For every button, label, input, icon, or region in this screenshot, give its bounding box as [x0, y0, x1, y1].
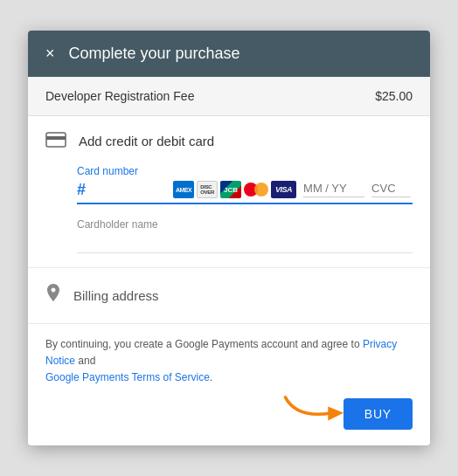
billing-section[interactable]: Billing address: [28, 268, 430, 324]
terms-text-1: By continuing, you create a Google Payme…: [45, 338, 360, 350]
dialog-header: × Complete your purchase: [28, 31, 430, 77]
terms-period: .: [210, 371, 212, 383]
svg-rect-1: [46, 136, 66, 140]
mastercard-logo: [244, 181, 268, 198]
card-number-input[interactable]: [96, 183, 166, 197]
terms-text: By continuing, you create a Google Payme…: [45, 336, 413, 387]
dialog-title: Complete your purchase: [69, 45, 240, 63]
cvc-input[interactable]: [371, 182, 411, 197]
fee-amount: $25.00: [375, 89, 413, 103]
amex-logo: AMEX: [173, 181, 194, 198]
purchase-dialog: × Complete your purchase Developer Regis…: [28, 31, 430, 446]
footer-actions: BUY: [45, 398, 413, 430]
card-input-row: # AMEX DISCOVER JCB: [77, 181, 413, 204]
cardholder-input[interactable]: [77, 236, 413, 253]
buy-button[interactable]: BUY: [344, 398, 413, 430]
svg-marker-2: [328, 407, 344, 421]
card-logos: AMEX DISCOVER JCB VISA: [173, 181, 296, 198]
jcb-logo: JCB: [220, 181, 241, 198]
cardholder-label: Cardholder name: [77, 218, 413, 231]
footer: By continuing, you create a Google Payme…: [28, 324, 430, 446]
billing-title: Billing address: [73, 288, 159, 303]
card-number-label: Card number: [77, 165, 413, 177]
visa-logo: VISA: [271, 181, 296, 198]
card-section-header: Add credit or debit card: [45, 130, 413, 153]
fee-row: Developer Registration Fee $25.00: [28, 77, 430, 116]
card-section-title: Add credit or debit card: [79, 134, 214, 148]
arrow-container: [281, 390, 351, 428]
card-hash-icon: #: [77, 181, 86, 199]
location-pin-icon: [45, 284, 61, 307]
discover-logo: DISCOVER: [197, 181, 218, 198]
close-button[interactable]: ×: [45, 45, 55, 61]
card-form: Card number # AMEX DISCOVER JCB: [45, 165, 413, 253]
credit-card-icon: [45, 130, 66, 153]
cardholder-section: Cardholder name: [77, 218, 413, 253]
expiry-input[interactable]: [303, 182, 364, 197]
arrow-icon: [281, 390, 351, 424]
payments-terms-link[interactable]: Google Payments Terms of Service: [45, 371, 210, 383]
card-section: Add credit or debit card Card number # A…: [28, 116, 430, 268]
terms-text-and: and: [78, 355, 95, 367]
fee-label: Developer Registration Fee: [45, 89, 194, 103]
